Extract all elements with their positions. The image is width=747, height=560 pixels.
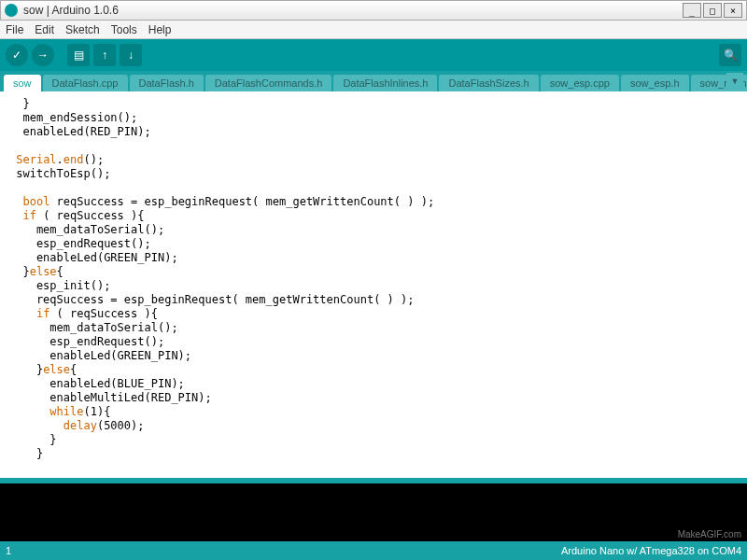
menu-help[interactable]: Help (148, 23, 172, 36)
code-line[interactable]: delay(5000); (9, 419, 743, 433)
tab-sow_esp-h[interactable]: sow_esp.h (621, 75, 689, 91)
tab-sow[interactable]: sow (4, 75, 41, 91)
tab-dataflashinlines-h[interactable]: DataFlashInlines.h (333, 75, 437, 91)
code-line[interactable] (9, 139, 743, 153)
code-line[interactable]: }else{ (9, 363, 743, 377)
file-icon: ▤ (74, 49, 84, 62)
arrow-down-icon: ↓ (128, 49, 134, 62)
verify-button[interactable]: ✓ (6, 44, 28, 66)
code-line[interactable]: reqSuccess = esp_beginRequest( mem_getWr… (9, 293, 743, 307)
window-titlebar: sow | Arduino 1.0.6 _ □ × (0, 0, 747, 21)
code-line[interactable] (9, 181, 743, 195)
code-line[interactable]: mem_dataToSerial(); (9, 321, 743, 335)
code-line[interactable]: Serial.end(); (9, 153, 743, 167)
window-title: sow | Arduino 1.0.6 (23, 4, 683, 17)
code-line[interactable]: enableLed(RED_PIN); (9, 125, 743, 139)
menu-sketch[interactable]: Sketch (65, 23, 100, 36)
code-line[interactable]: enableLed(GREEN_PIN); (9, 349, 743, 363)
status-board-info: Arduino Nano w/ ATmega328 on COM4 (561, 545, 741, 556)
app-icon (5, 4, 18, 17)
code-line[interactable]: esp_init(); (9, 279, 743, 293)
code-line[interactable]: bool reqSuccess = esp_beginRequest( mem_… (9, 195, 743, 209)
code-editor[interactable]: } mem_endSession(); enableLed(RED_PIN); … (0, 91, 747, 478)
serial-monitor-button[interactable]: 🔍 (719, 44, 741, 66)
code-line[interactable]: mem_endSession(); (9, 111, 743, 125)
tab-dataflash-cpp[interactable]: DataFlash.cpp (43, 75, 128, 91)
code-line[interactable]: } (9, 97, 743, 111)
menu-file[interactable]: File (6, 23, 23, 36)
tab-dataflash-h[interactable]: DataFlash.h (130, 75, 204, 91)
minimize-button[interactable]: _ (683, 3, 701, 18)
upload-button[interactable]: → (32, 44, 54, 66)
arrow-right-icon: → (37, 49, 49, 62)
new-button[interactable]: ▤ (67, 44, 90, 66)
code-line[interactable]: enableLed(BLUE_PIN); (9, 377, 743, 391)
code-line[interactable]: mem_dataToSerial(); (9, 223, 743, 237)
toolbar: ✓ → ▤ ↑ ↓ 🔍 (0, 39, 747, 71)
magnifier-icon: 🔍 (724, 49, 738, 62)
code-line[interactable]: }else{ (9, 265, 743, 279)
check-icon: ✓ (12, 49, 21, 62)
code-line[interactable]: } (9, 447, 743, 461)
menu-tools[interactable]: Tools (111, 23, 137, 36)
status-line-number: 1 (6, 545, 561, 556)
menu-bar: File Edit Sketch Tools Help (0, 21, 747, 39)
tab-sow_esp-cpp[interactable]: sow_esp.cpp (541, 75, 619, 91)
code-line[interactable]: enableLed(GREEN_PIN); (9, 251, 743, 265)
menu-edit[interactable]: Edit (35, 23, 54, 36)
open-button[interactable]: ↑ (93, 44, 116, 66)
close-button[interactable]: × (724, 3, 742, 18)
status-bar: 1 Arduino Nano w/ ATmega328 on COM4 (0, 541, 747, 560)
code-line[interactable]: if ( reqSuccess ){ (9, 209, 743, 223)
tab-bar: sowDataFlash.cppDataFlash.hDataFlashComm… (0, 71, 747, 91)
code-line[interactable]: switchToEsp(); (9, 167, 743, 181)
code-line[interactable]: while(1){ (9, 405, 743, 419)
arrow-up-icon: ↑ (102, 49, 107, 62)
tab-dropdown-button[interactable]: ▼ (726, 73, 743, 90)
output-console[interactable] (0, 483, 747, 541)
tab-dataflashcommands-h[interactable]: DataFlashCommands.h (205, 75, 332, 91)
code-line[interactable]: } (9, 433, 743, 447)
chevron-down-icon: ▼ (731, 77, 740, 86)
code-line[interactable]: esp_endRequest(); (9, 237, 743, 251)
code-line[interactable]: esp_endRequest(); (9, 335, 743, 349)
code-line[interactable]: enableMultiLed(RED_PIN); (9, 391, 743, 405)
maximize-button[interactable]: □ (703, 3, 722, 18)
save-button[interactable]: ↓ (120, 44, 142, 66)
tab-dataflashsizes-h[interactable]: DataFlashSizes.h (439, 75, 538, 91)
code-line[interactable]: if ( reqSuccess ){ (9, 307, 743, 321)
